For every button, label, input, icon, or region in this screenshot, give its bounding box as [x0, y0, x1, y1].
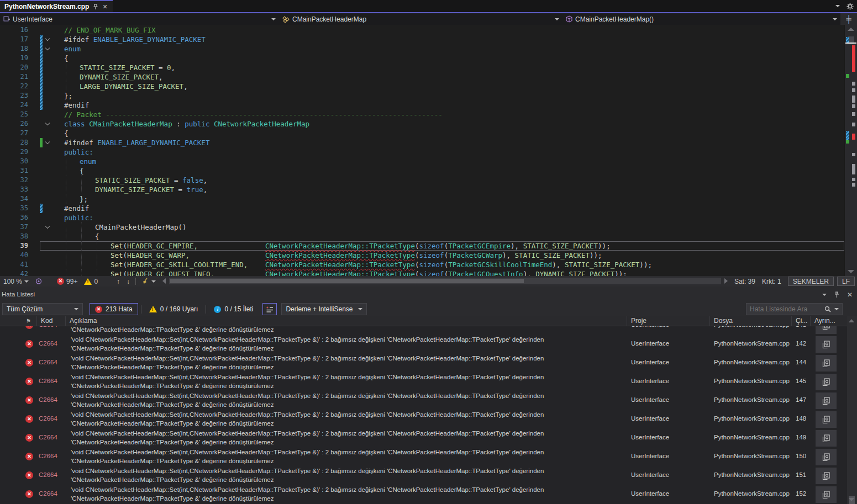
show-details-toggle[interactable] — [262, 303, 277, 315]
details-button[interactable] — [816, 326, 837, 334]
editor-vertical-scrollbar[interactable] — [844, 25, 857, 276]
line-number[interactable]: 23 — [11, 91, 31, 100]
code-line[interactable]: 20STATIC_SIZE_PACKET = 0, — [0, 63, 844, 72]
fold-margin[interactable] — [43, 138, 52, 147]
breakpoint-gutter[interactable] — [0, 54, 11, 63]
breakpoint-gutter[interactable] — [0, 269, 11, 276]
indentation-mode-button[interactable]: SEKMELER — [788, 277, 834, 286]
line-number[interactable]: 32 — [11, 176, 31, 185]
scroll-up-arrow-icon[interactable] — [849, 319, 854, 322]
error-code[interactable]: C2664 — [39, 396, 57, 403]
tab-list-chevron-icon[interactable] — [835, 5, 840, 7]
line-number[interactable]: 35 — [11, 204, 31, 213]
error-row[interactable]: ✕C2664'void CNetworkPacketHeaderMap::Set… — [0, 326, 847, 335]
panel-vertical-scrollbar[interactable] — [847, 316, 857, 504]
close-icon[interactable]: ✕ — [102, 4, 107, 10]
split-editor-button[interactable]: ╪ — [840, 13, 857, 25]
prev-issue-button[interactable]: ↑ — [113, 276, 123, 287]
code-line[interactable]: 34}; — [0, 194, 844, 204]
pin-icon[interactable] — [93, 4, 98, 10]
horizontal-scroll-thumb[interactable] — [170, 279, 524, 283]
line-number[interactable]: 19 — [11, 54, 31, 63]
code-line[interactable]: 19{ — [0, 54, 844, 63]
breakpoint-gutter[interactable] — [0, 129, 11, 138]
error-row[interactable]: ✕C2664'void CNetworkPacketHeaderMap::Set… — [0, 429, 847, 448]
line-number[interactable]: 31 — [11, 166, 31, 176]
error-code[interactable]: C2664 — [39, 415, 57, 422]
column-project[interactable]: Proje — [627, 316, 709, 326]
scope-filter-dropdown[interactable]: Tüm Çözüm — [2, 303, 83, 315]
error-code[interactable]: C2664 — [39, 359, 57, 365]
line-number[interactable]: 29 — [11, 147, 31, 157]
errors-filter-toggle[interactable]: ✕ 213 Hata — [90, 303, 138, 315]
collapse-chevron-icon[interactable] — [45, 46, 49, 50]
next-issue-button[interactable]: ↓ — [123, 276, 133, 287]
line-number[interactable]: 25 — [11, 110, 31, 119]
pin-icon[interactable] — [834, 291, 839, 298]
line-number[interactable]: 20 — [11, 63, 31, 72]
breakpoint-gutter[interactable] — [0, 138, 11, 147]
scroll-down-arrow-icon[interactable] — [849, 498, 854, 501]
code-line[interactable]: 25// Packet ----------------------------… — [0, 110, 844, 119]
code-line[interactable]: 35#endif — [0, 204, 844, 213]
breakpoint-gutter[interactable] — [0, 110, 11, 119]
line-number[interactable]: 39 — [11, 241, 31, 251]
breakpoint-gutter[interactable] — [0, 63, 11, 72]
fold-margin[interactable] — [43, 35, 52, 44]
breakpoint-gutter[interactable] — [0, 251, 11, 260]
code-line[interactable]: 40Set(HEADER_GC_WARP,CNetworkPacketHeade… — [0, 251, 844, 260]
line-number[interactable]: 17 — [11, 35, 31, 44]
scroll-up-arrow-icon[interactable] — [848, 28, 854, 31]
collapse-chevron-icon[interactable] — [45, 140, 49, 144]
breakpoint-gutter[interactable] — [0, 157, 11, 166]
scroll-left-arrow-icon[interactable] — [162, 278, 166, 284]
error-row[interactable]: ✕C2664'void CNetworkPacketHeaderMap::Set… — [0, 373, 847, 391]
code-line[interactable]: 31{ — [0, 166, 844, 176]
line-number[interactable]: 34 — [11, 194, 31, 204]
error-code[interactable]: C2664 — [39, 490, 57, 497]
details-button[interactable] — [816, 486, 837, 503]
window-position-chevron-icon[interactable] — [822, 294, 827, 296]
line-number[interactable]: 40 — [11, 251, 31, 260]
code-line[interactable]: 17#ifdef ENABLE_LARGE_DYNAMIC_PACKET — [0, 35, 844, 44]
line-number[interactable]: 33 — [11, 185, 31, 194]
fold-margin[interactable] — [43, 44, 52, 54]
breakpoint-gutter[interactable] — [0, 82, 11, 91]
breakpoint-gutter[interactable] — [0, 44, 11, 54]
line-number[interactable]: 38 — [11, 232, 31, 241]
breakpoint-gutter[interactable] — [0, 185, 11, 194]
source-filter-dropdown[interactable]: Derleme + IntelliSense — [281, 303, 367, 315]
error-row[interactable]: ✕C2664'void CNetworkPacketHeaderMap::Set… — [0, 448, 847, 466]
code-line[interactable]: 37CMainPacketHeaderMap() — [0, 222, 844, 232]
code-line[interactable]: 32STATIC_SIZE_PACKET = false, — [0, 176, 844, 185]
details-button[interactable] — [816, 392, 837, 409]
error-row[interactable]: ✕C2664'void CNetworkPacketHeaderMap::Set… — [0, 354, 847, 373]
line-number[interactable]: 22 — [11, 82, 31, 91]
breakpoint-gutter[interactable] — [0, 72, 11, 82]
code-line[interactable]: 33DYNAMIC_SIZE_PACKET = true, — [0, 185, 844, 194]
close-icon[interactable]: ✕ — [847, 291, 853, 299]
collapse-chevron-icon[interactable] — [45, 121, 49, 125]
line-number[interactable]: 26 — [11, 119, 31, 129]
line-number[interactable]: 28 — [11, 138, 31, 147]
breakpoint-gutter[interactable] — [0, 147, 11, 157]
breakpoint-gutter[interactable] — [0, 119, 11, 129]
search-input[interactable] — [750, 305, 821, 313]
code-line[interactable]: 30enum — [0, 157, 844, 166]
column-file[interactable]: Dosya — [709, 316, 791, 326]
error-code[interactable]: C2664 — [39, 453, 57, 459]
code-line[interactable]: 36public: — [0, 213, 844, 222]
line-number[interactable]: 18 — [11, 44, 31, 54]
error-code[interactable]: C2664 — [39, 340, 57, 347]
error-count-button[interactable]: ✕ 99+ — [54, 276, 81, 287]
panel-title-bar[interactable]: Hata Listesi ✕ — [0, 291, 857, 302]
breakpoint-gutter[interactable] — [0, 222, 11, 232]
code-line[interactable]: 27{ — [0, 129, 844, 138]
code-line[interactable]: 38{ — [0, 232, 844, 241]
code-line[interactable]: 23}; — [0, 91, 844, 100]
breakpoint-gutter[interactable] — [0, 25, 11, 35]
column-details[interactable]: Ayrın... — [810, 316, 847, 326]
details-button[interactable] — [816, 355, 837, 372]
breakpoint-gutter[interactable] — [0, 35, 11, 44]
code-line[interactable]: 39Set(HEADER_GC_EMPIRE,CNetworkPacketHea… — [0, 241, 844, 251]
